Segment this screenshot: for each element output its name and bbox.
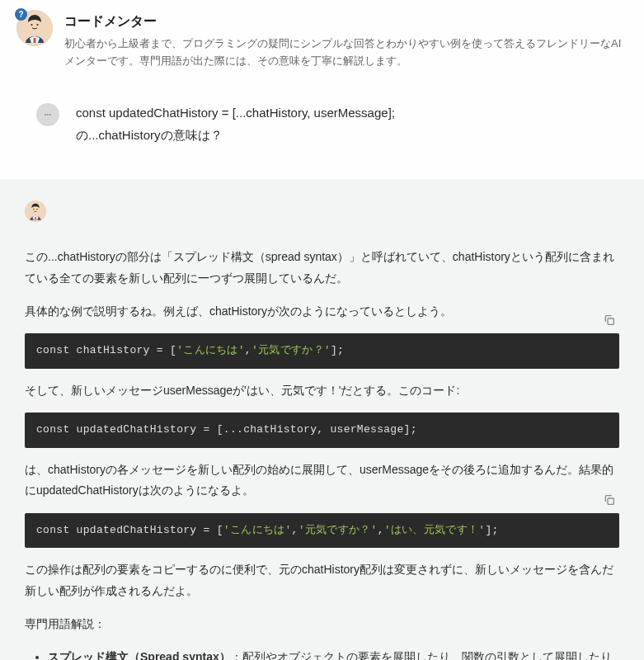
avatar-icon xyxy=(25,200,46,222)
paragraph-4: は、chatHistoryの各メッセージを新しい配列の始めに展開して、userM… xyxy=(25,460,619,502)
assistant-header xyxy=(25,200,619,222)
copy-icon xyxy=(603,493,616,507)
code-text: const chatHistory = [ xyxy=(36,344,176,356)
user-line-1: const updatedChatHistory = [...chatHisto… xyxy=(76,106,395,120)
conversation-header: ? コードメンター 初心者から上級者まで、プログラミングの疑問にシンプルな回答と… xyxy=(0,0,644,87)
copy-icon xyxy=(603,314,616,327)
terms-list: スプレッド構文（Spread syntax）：配列やオブジェクトの要素を展開した… xyxy=(25,647,619,660)
code-block-3-wrap: const updatedChatHistory = ['こんにちは','元気で… xyxy=(25,513,619,548)
copy-button[interactable] xyxy=(603,493,618,508)
user-avatar: ••• xyxy=(36,103,59,126)
code-block-3: const updatedChatHistory = ['こんにちは','元気で… xyxy=(25,513,619,548)
bot-avatar-wrap: ? xyxy=(16,10,53,46)
header-text: コードメンター 初心者から上級者まで、プログラミングの疑問にシンプルな回答とわか… xyxy=(64,10,628,70)
svg-rect-11 xyxy=(608,498,613,504)
paragraph-2: 具体的な例で説明するね。例えば、chatHistoryが次のようになっているとし… xyxy=(25,301,619,323)
bot-description: 初心者から上級者まで、プログラミングの疑問にシンプルな回答とわかりやすい例を使っ… xyxy=(64,35,628,70)
user-message-text: const updatedChatHistory = [...chatHisto… xyxy=(76,101,628,146)
code-block-1: const chatHistory = ['こんにちは','元気ですか？']; xyxy=(25,333,619,368)
svg-rect-6 xyxy=(35,217,36,220)
code-block-1-wrap: const chatHistory = ['こんにちは','元気ですか？']; xyxy=(25,333,619,368)
code-block-2-wrap: const updatedChatHistory = [...chatHisto… xyxy=(25,412,619,447)
code-block-2: const updatedChatHistory = [...chatHisto… xyxy=(25,412,619,447)
code-text: const updatedChatHistory = [...chatHisto… xyxy=(36,423,417,436)
code-text: , xyxy=(378,524,384,536)
paragraph-3: そして、新しいメッセージuserMessageが'はい、元気です！'だとする。こ… xyxy=(25,380,619,402)
assistant-avatar xyxy=(25,200,46,222)
code-text: , xyxy=(245,344,251,356)
code-text: , xyxy=(292,524,298,536)
paragraph-1: この...chatHistoryの部分は「スプレッド構文（spread synt… xyxy=(25,247,619,290)
svg-point-4 xyxy=(36,24,38,26)
assistant-message: この...chatHistoryの部分は「スプレッド構文（spread synt… xyxy=(0,179,644,660)
code-text: ]; xyxy=(331,344,344,356)
bot-name: コードメンター xyxy=(64,10,628,32)
code-string: '元気ですか？' xyxy=(251,344,331,356)
code-string: 'はい、元気です！' xyxy=(384,524,486,536)
term-label: スプレッド構文（Spread syntax） xyxy=(48,650,231,660)
svg-point-9 xyxy=(36,209,37,210)
user-line-2: の...chatHistoryの意味は？ xyxy=(76,128,223,142)
user-message: ••• const updatedChatHistory = [...chatH… xyxy=(0,87,644,179)
code-string: '元気ですか？' xyxy=(298,524,378,536)
svg-point-3 xyxy=(31,24,32,26)
terms-heading: 専門用語解説： xyxy=(25,614,619,635)
svg-point-8 xyxy=(33,209,34,210)
code-text: const updatedChatHistory = [ xyxy=(36,524,223,536)
code-string: 'こんにちは' xyxy=(176,344,245,356)
paragraph-5: この操作は配列の要素をコピーするのに便利で、元のchatHistory配列は変更… xyxy=(25,559,619,602)
code-text: ]; xyxy=(485,524,498,536)
svg-rect-10 xyxy=(608,318,613,324)
code-string: 'こんにちは' xyxy=(223,524,292,536)
svg-rect-1 xyxy=(34,38,36,43)
question-badge: ? xyxy=(15,8,27,21)
term-item: スプレッド構文（Spread syntax）：配列やオブジェクトの要素を展開した… xyxy=(48,647,619,660)
copy-button[interactable] xyxy=(603,314,618,328)
